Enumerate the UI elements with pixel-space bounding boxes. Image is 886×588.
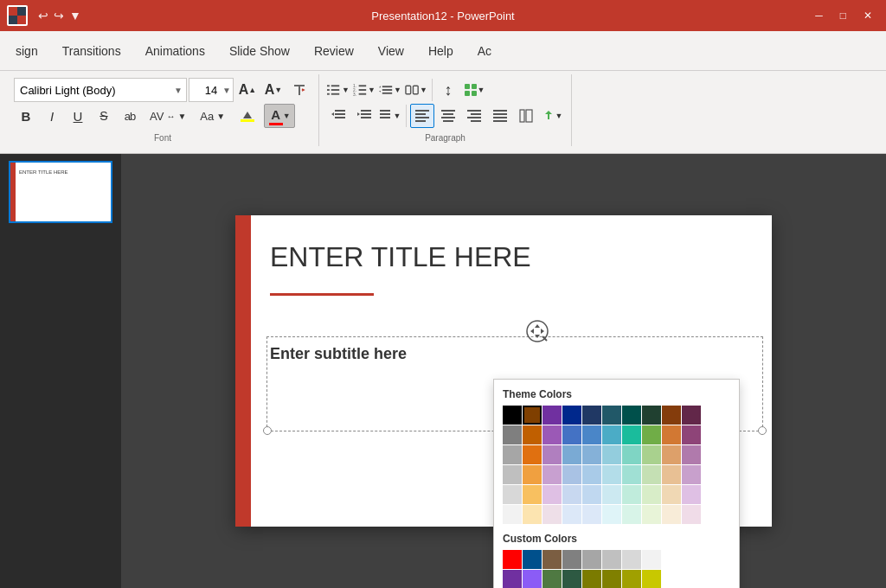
rtl-button[interactable]: ▼ [378, 104, 402, 128]
italic-button[interactable]: I [40, 104, 64, 128]
font-grow-button[interactable]: A▲ [235, 78, 260, 102]
custom-color-cell[interactable] [543, 570, 562, 588]
menu-help[interactable]: Help [416, 37, 465, 65]
theme-color-cell[interactable] [622, 485, 641, 504]
theme-color-cell[interactable] [662, 505, 681, 524]
underline-button[interactable]: U [66, 104, 90, 128]
custom-color-cell[interactable] [662, 550, 681, 569]
custom-color-cell[interactable] [622, 570, 641, 588]
theme-color-cell[interactable] [503, 465, 522, 484]
slide-subtitle[interactable]: Enter subtitle here [270, 345, 754, 363]
font-size-selector[interactable]: 14 ▼ [189, 78, 234, 102]
theme-color-cell[interactable] [543, 505, 562, 524]
theme-color-cell[interactable] [682, 425, 701, 444]
highlight-color-button[interactable] [233, 104, 262, 128]
custom-color-cell[interactable] [602, 570, 621, 588]
slide-thumbnail-1[interactable]: ENTER TITLE HERE [9, 161, 112, 223]
font-shrink-button[interactable]: A▼ [261, 78, 286, 102]
theme-color-cell[interactable] [662, 445, 681, 464]
theme-color-cell[interactable] [582, 425, 601, 444]
custom-color-cell[interactable] [642, 550, 661, 569]
custom-color-cell[interactable] [503, 570, 522, 588]
line-spacing-button[interactable]: ▼ [378, 78, 402, 102]
menu-animations[interactable]: Animations [133, 37, 217, 65]
custom-color-cell[interactable] [602, 550, 621, 569]
custom-color-cell[interactable] [682, 550, 701, 569]
custom-color-cell[interactable] [503, 550, 522, 569]
theme-color-cell[interactable] [682, 485, 701, 504]
theme-color-cell[interactable] [543, 406, 562, 425]
custom-color-cell[interactable] [682, 570, 701, 588]
custom-color-cell[interactable] [523, 570, 542, 588]
qat-dropdown-icon[interactable]: ▼ [69, 9, 81, 22]
theme-color-cell[interactable] [642, 485, 661, 504]
theme-color-cell[interactable] [602, 485, 621, 504]
custom-color-cell[interactable] [523, 550, 542, 569]
theme-color-cell[interactable] [622, 425, 641, 444]
theme-color-cell[interactable] [503, 425, 522, 444]
smart-art-button[interactable]: ▼ [462, 78, 486, 102]
theme-color-cell[interactable] [523, 465, 542, 484]
menu-view[interactable]: View [366, 37, 416, 65]
custom-color-cell[interactable] [582, 550, 601, 569]
theme-color-cell[interactable] [662, 465, 681, 484]
text-direction-button[interactable]: ↕ [436, 78, 460, 102]
theme-color-cell[interactable] [543, 445, 562, 464]
theme-color-cell[interactable] [682, 465, 701, 484]
theme-color-cell[interactable] [602, 465, 621, 484]
menu-transitions[interactable]: Transitions [50, 37, 133, 65]
custom-color-cell[interactable] [562, 550, 581, 569]
theme-color-cell[interactable] [602, 505, 621, 524]
theme-color-cell[interactable] [622, 406, 641, 425]
minimize-button[interactable]: ─ [808, 8, 830, 23]
custom-color-cell[interactable] [662, 570, 681, 588]
char-spacing-button[interactable]: AV ↔ ▼ [144, 104, 192, 128]
theme-color-cell[interactable] [682, 406, 701, 425]
theme-color-cell[interactable] [602, 445, 621, 464]
theme-color-cell[interactable] [543, 425, 562, 444]
custom-color-cell[interactable] [622, 550, 641, 569]
theme-color-cell[interactable] [523, 425, 542, 444]
theme-color-cell[interactable] [582, 465, 601, 484]
theme-color-cell[interactable] [562, 465, 581, 484]
theme-color-cell[interactable] [602, 425, 621, 444]
numbering-button[interactable]: 1.2.3. ▼ [352, 78, 376, 102]
theme-color-cell[interactable] [622, 465, 641, 484]
shadow-button[interactable]: ab [118, 104, 142, 128]
theme-color-cell[interactable] [562, 485, 581, 504]
theme-color-cell[interactable] [662, 406, 681, 425]
theme-color-cell[interactable] [682, 505, 701, 524]
theme-color-cell[interactable] [562, 425, 581, 444]
theme-color-cell[interactable] [582, 406, 601, 425]
theme-color-cell[interactable] [523, 406, 542, 425]
maximize-button[interactable]: □ [833, 8, 853, 23]
theme-color-cell[interactable] [582, 505, 601, 524]
custom-color-cell[interactable] [543, 550, 562, 569]
theme-color-cell[interactable] [562, 505, 581, 524]
close-button[interactable]: ✕ [857, 8, 879, 23]
theme-color-cell[interactable] [642, 406, 661, 425]
bullets-button[interactable]: ▼ [326, 78, 350, 102]
theme-color-cell[interactable] [523, 485, 542, 504]
columns-button[interactable]: ▼ [404, 78, 428, 102]
undo-icon[interactable]: ↩ [38, 9, 48, 22]
theme-color-cell[interactable] [503, 505, 522, 524]
increase-indent-button[interactable] [352, 104, 376, 128]
theme-color-cell[interactable] [662, 485, 681, 504]
redo-icon[interactable]: ↪ [54, 9, 64, 22]
menu-design[interactable]: sign [3, 37, 50, 65]
justify-button[interactable] [488, 104, 512, 128]
theme-color-cell[interactable] [523, 505, 542, 524]
text-columns-button[interactable] [514, 104, 538, 128]
slide-title[interactable]: ENTER TITLE HERE [270, 241, 754, 273]
font-color-button[interactable]: A ▼ [264, 104, 295, 128]
theme-color-cell[interactable] [682, 445, 701, 464]
theme-color-cell[interactable] [523, 445, 542, 464]
theme-color-cell[interactable] [503, 485, 522, 504]
theme-color-cell[interactable] [503, 406, 522, 425]
theme-color-cell[interactable] [503, 445, 522, 464]
custom-color-cell[interactable] [582, 570, 601, 588]
custom-color-cell[interactable] [642, 570, 661, 588]
bold-button[interactable]: B [14, 104, 38, 128]
align-left-button[interactable] [410, 104, 434, 128]
